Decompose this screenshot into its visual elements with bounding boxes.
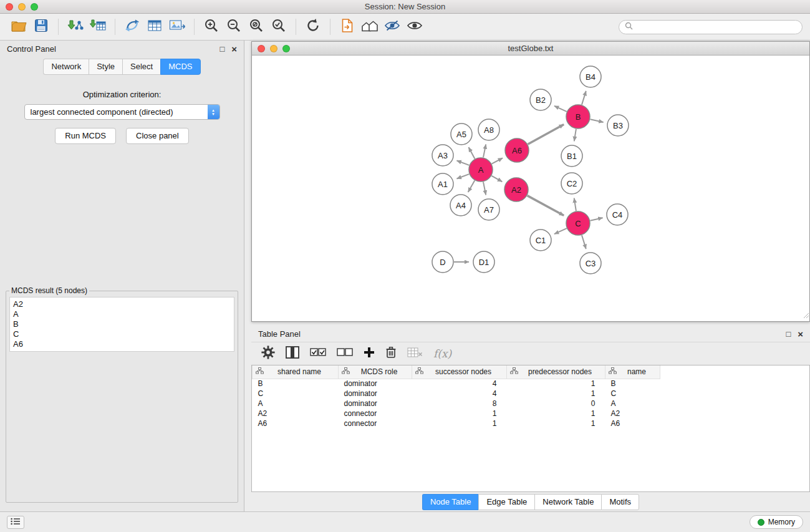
table-cell[interactable]: A2 [605, 409, 660, 418]
graph-edge-C-C4[interactable] [591, 218, 603, 221]
new-network-button[interactable] [121, 17, 143, 37]
graph-node-A[interactable]: A [469, 158, 493, 181]
delete-column-button[interactable] [385, 346, 397, 361]
graph-node-D[interactable]: D [432, 251, 453, 273]
show-graphics-details-button[interactable] [403, 17, 426, 37]
new-table-button[interactable] [143, 17, 166, 37]
table-cell[interactable]: C [253, 389, 339, 399]
column-header-MCDS-role[interactable]: MCDS role [339, 365, 412, 379]
minimize-window-icon[interactable] [18, 3, 26, 11]
tab-edge-table[interactable]: Edge Table [478, 494, 534, 510]
tab-select[interactable]: Select [122, 59, 160, 75]
table-cell[interactable]: dominator [339, 399, 412, 409]
delete-table-button[interactable] [407, 347, 423, 360]
graph-edge-B-B4[interactable] [582, 91, 586, 105]
mcds-result-item[interactable]: A2 [13, 299, 231, 309]
graph-edge-B-B2[interactable] [554, 106, 567, 112]
graph-edge-A-A3[interactable] [457, 161, 470, 165]
network-minimize-icon[interactable] [270, 45, 277, 52]
table-row[interactable]: Cdominator41C [253, 389, 660, 399]
mcds-result-list[interactable]: A2ABCA6 [9, 297, 234, 352]
graph-edge-A2-C[interactable] [528, 196, 564, 216]
table-cell[interactable]: 1 [507, 418, 605, 428]
graph-node-D1[interactable]: D1 [473, 251, 494, 273]
table-settings-button[interactable] [261, 346, 275, 362]
graph-node-A4[interactable]: A4 [450, 195, 471, 216]
graph-edge-A-A8[interactable] [483, 145, 486, 158]
table-row[interactable]: Bdominator41B [253, 379, 660, 389]
graph-node-C1[interactable]: C1 [530, 230, 551, 251]
graph-node-B4[interactable]: B4 [580, 66, 601, 87]
tab-network-table[interactable]: Network Table [534, 494, 601, 510]
zoom-fit-button[interactable] [245, 17, 268, 37]
graph-node-C[interactable]: C [566, 211, 590, 235]
table-cell[interactable]: connector [339, 418, 412, 428]
graph-node-A8[interactable]: A8 [478, 119, 499, 140]
tab-mcds[interactable]: MCDS [160, 59, 200, 75]
graph-node-B2[interactable]: B2 [530, 89, 551, 110]
graph-edge-A-A5[interactable] [469, 147, 475, 158]
network-graph[interactable]: B4B2BB3A8A5A6A3B1AC2A1A2A4A7C4CC1DD1C3 [252, 56, 809, 321]
export-image-button[interactable] [166, 17, 188, 37]
graph-edge-A-A1[interactable] [457, 174, 470, 178]
criterion-dropdown[interactable]: largest connected component (directed) ▲… [24, 104, 220, 120]
close-panel-icon[interactable]: × [231, 45, 237, 53]
network-window-titlebar[interactable]: testGlobe.txt [252, 42, 809, 56]
add-column-button[interactable] [364, 347, 375, 360]
import-table-button[interactable] [87, 17, 109, 37]
search-field[interactable] [619, 20, 803, 34]
column-header-name[interactable]: name [605, 365, 660, 379]
network-close-icon[interactable] [258, 45, 265, 52]
close-window-icon[interactable] [6, 3, 13, 11]
graph-node-A1[interactable]: A1 [432, 173, 453, 195]
table-cell[interactable]: 4 [412, 389, 507, 399]
graph-node-A2[interactable]: A2 [504, 178, 528, 201]
select-all-button[interactable] [310, 347, 326, 360]
tab-network[interactable]: Network [43, 59, 89, 75]
open-file-button[interactable] [336, 17, 359, 37]
table-cell[interactable]: A6 [253, 418, 339, 428]
network-zoom-icon[interactable] [282, 45, 290, 52]
table-cell[interactable]: dominator [339, 389, 412, 399]
graph-node-B3[interactable]: B3 [607, 115, 629, 136]
resize-grip-icon[interactable] [803, 309, 809, 321]
hide-graphics-details-button[interactable] [381, 17, 403, 37]
mcds-result-item[interactable]: C [13, 329, 231, 339]
save-session-button[interactable] [30, 17, 52, 37]
graph-edge-C-C3[interactable] [582, 235, 586, 249]
tab-style[interactable]: Style [89, 59, 122, 75]
graph-node-B1[interactable]: B1 [561, 145, 582, 167]
table-cell[interactable]: 1 [412, 409, 507, 418]
column-header-shared-name[interactable]: shared name [253, 365, 339, 379]
graph-edge-A-A7[interactable] [483, 182, 486, 195]
table-cell[interactable]: A6 [605, 418, 660, 428]
graph-edge-C-C2[interactable] [574, 198, 576, 211]
graph-edge-A6-B[interactable] [528, 125, 564, 145]
table-cell[interactable]: 1 [507, 379, 605, 389]
graph-edge-A-A6[interactable] [492, 158, 503, 163]
function-builder-button[interactable]: f(x) [433, 347, 451, 360]
float-panel-icon[interactable]: □ [219, 45, 224, 53]
select-columns-button[interactable] [286, 346, 299, 361]
table-cell[interactable]: B [605, 379, 660, 389]
graph-edge-B-B3[interactable] [591, 119, 604, 122]
tab-motifs[interactable]: Motifs [601, 494, 639, 510]
table-cell[interactable]: A2 [253, 409, 339, 418]
mcds-result-item[interactable]: B [13, 319, 231, 329]
table-cell[interactable]: 8 [412, 399, 507, 409]
graph-node-A6[interactable]: A6 [505, 138, 529, 162]
deselect-all-button[interactable] [337, 347, 353, 360]
zoom-out-button[interactable] [223, 17, 245, 37]
graph-node-A3[interactable]: A3 [432, 145, 453, 166]
graph-node-A5[interactable]: A5 [451, 123, 472, 145]
graph-node-C2[interactable]: C2 [561, 173, 582, 194]
network-canvas[interactable]: B4B2BB3A8A5A6A3B1AC2A1A2A4A7C4CC1DD1C3 [252, 56, 809, 321]
graph-node-C4[interactable]: C4 [607, 204, 628, 225]
apply-layout-button[interactable] [302, 17, 324, 37]
graph-node-C3[interactable]: C3 [580, 253, 601, 274]
node-table-container[interactable]: shared nameMCDS rolesuccessor nodesprede… [251, 365, 810, 492]
table-cell[interactable]: A [253, 399, 339, 409]
zoom-window-icon[interactable] [31, 3, 38, 11]
table-cell[interactable]: A [605, 399, 660, 409]
graph-edge-A-A4[interactable] [468, 180, 475, 192]
